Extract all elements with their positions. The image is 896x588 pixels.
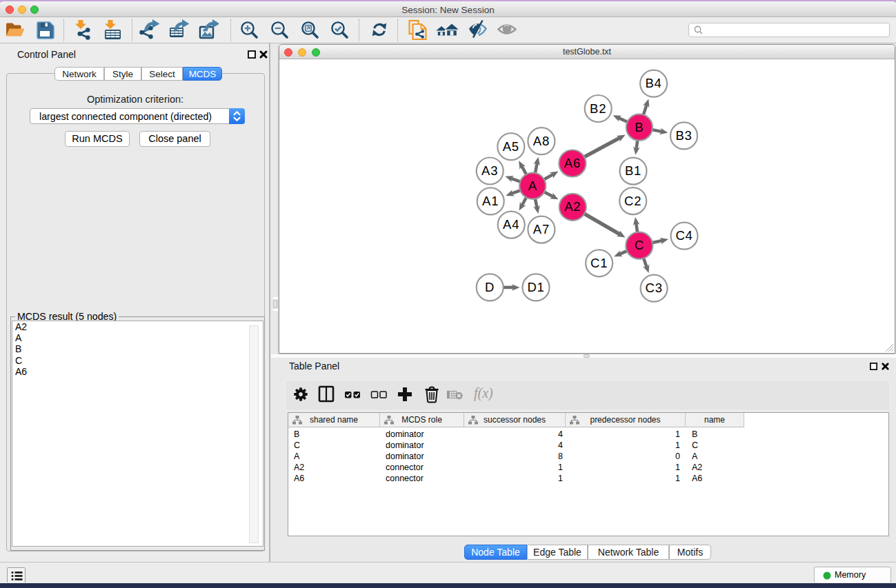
svg-text:A7: A7 (533, 222, 550, 236)
svg-text:C1: C1 (590, 256, 608, 270)
svg-text:C3: C3 (645, 281, 662, 295)
svg-text:A4: A4 (503, 217, 519, 232)
svg-text:A3: A3 (481, 163, 498, 178)
svg-text:D: D (485, 280, 495, 294)
svg-text:A5: A5 (503, 139, 519, 154)
svg-text:A: A (528, 179, 537, 193)
svg-text:B1: B1 (625, 163, 641, 178)
svg-text:A6: A6 (564, 156, 581, 170)
svg-text:C4: C4 (675, 228, 693, 243)
svg-text:B4: B4 (645, 76, 661, 90)
svg-text:A2: A2 (564, 199, 581, 214)
svg-text:D1: D1 (527, 280, 544, 294)
svg-text:C: C (635, 238, 644, 252)
svg-text:A1: A1 (482, 194, 499, 208)
svg-text:B2: B2 (590, 101, 606, 116)
svg-text:B3: B3 (675, 128, 692, 143)
svg-text:B: B (635, 120, 644, 134)
svg-text:A8: A8 (533, 134, 550, 148)
svg-text:C2: C2 (624, 194, 641, 208)
